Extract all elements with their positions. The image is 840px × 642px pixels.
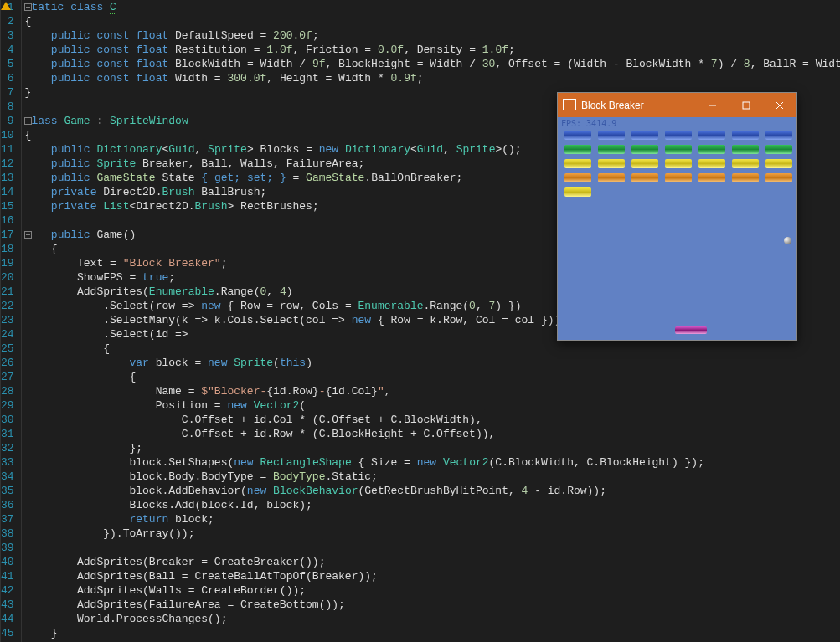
block <box>631 145 658 154</box>
line-number-gutter: 1234567891011121314151617181920212223242… <box>1 0 22 642</box>
block <box>698 173 725 182</box>
block <box>598 173 625 182</box>
block <box>698 145 725 154</box>
ball <box>784 237 791 244</box>
block <box>564 145 591 154</box>
fold-toggle[interactable] <box>24 3 32 11</box>
titlebar[interactable]: Block Breaker <box>558 93 796 117</box>
fold-toggle[interactable] <box>24 231 32 239</box>
block <box>631 159 658 168</box>
block <box>765 173 792 182</box>
block <box>765 131 792 140</box>
window-title: Block Breaker <box>581 100 696 111</box>
game-canvas: FPS: 3414.9 <box>558 117 796 340</box>
block <box>665 173 692 182</box>
block <box>732 145 759 154</box>
svg-rect-1 <box>743 102 750 109</box>
block <box>732 173 759 182</box>
block <box>564 173 591 182</box>
paddle <box>675 326 707 334</box>
block <box>564 131 591 140</box>
block <box>564 159 591 168</box>
block <box>665 145 692 154</box>
block <box>698 131 725 140</box>
fold-toggle[interactable] <box>24 117 32 125</box>
block <box>765 159 792 168</box>
warning-icon <box>1 2 11 10</box>
block <box>732 131 759 140</box>
block <box>698 159 725 168</box>
block <box>564 187 591 197</box>
block <box>732 159 759 168</box>
error-strip <box>0 0 1 642</box>
block <box>631 131 658 140</box>
close-button[interactable] <box>763 93 796 117</box>
block <box>631 173 658 182</box>
block <box>598 145 625 154</box>
block <box>665 159 692 168</box>
minimize-button[interactable] <box>696 93 729 117</box>
app-icon <box>564 100 576 110</box>
block <box>665 131 692 140</box>
fps-counter: FPS: 3414.9 <box>561 119 616 128</box>
block <box>598 159 625 168</box>
block <box>765 145 792 154</box>
maximize-button[interactable] <box>729 93 763 117</box>
block-breaker-window: Block Breaker FPS: 3414.9 <box>557 92 797 341</box>
block <box>598 131 625 140</box>
